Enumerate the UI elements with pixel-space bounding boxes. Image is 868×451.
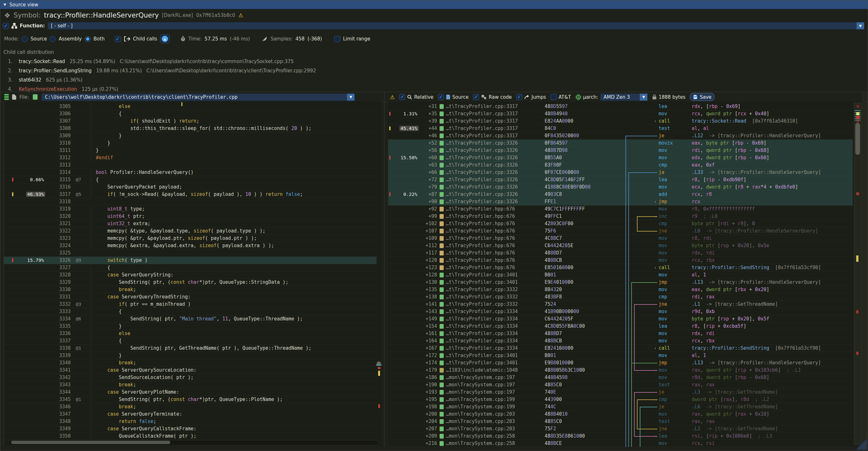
asm-row[interactable]: +52…t\TracyProfiler.cpp:33260FB64597movz… xyxy=(388,140,853,147)
source-line[interactable]: 3339 } xyxy=(4,352,376,359)
source-line[interactable]: 3307 if( shouldExit ) return; xyxy=(4,118,376,125)
source-line[interactable]: 3342 SendSourceLocation( ptr ); xyxy=(4,374,376,381)
asm-row[interactable]: +79…t\TracyProfiler.cpp:3326418B8C80E0BF… xyxy=(388,183,853,191)
source-line[interactable]: 3330 break; xyxy=(4,286,376,293)
source-line[interactable]: 3327 { xyxy=(4,264,376,271)
source-line[interactable]: 3313 xyxy=(4,161,376,169)
source-line[interactable]: 3306 { xyxy=(4,110,376,118)
asm-row[interactable]: 15.50%+60…t\TracyProfiler.cpp:33268B55A0… xyxy=(388,154,853,161)
source-line[interactable]: 3322 memcpy( &type, &payload.type, sizeo… xyxy=(4,228,376,235)
source-line[interactable]: 3309 } xyxy=(4,132,376,140)
asm-row[interactable]: +138…t\TracyProfiler.cpp:3332483BF8cmprd… xyxy=(388,293,853,301)
asm-row[interactable]: +154…t\TracyProfiler.cpp:33344C8D055FBA0… xyxy=(388,323,853,330)
source-line[interactable]: 3325 xyxy=(4,249,376,257)
asm-row[interactable]: +161…t\TracyProfiler.cpp:3334488BD7movrd… xyxy=(388,330,853,337)
source-line[interactable]: 3332@3 if( ptr == m_mainThread ) xyxy=(4,301,376,308)
source-line[interactable]: 3319 uint8_t type; xyxy=(4,205,376,213)
distribution-item[interactable]: 4.KeSynchronizeExecution125 µs (0.27%) xyxy=(0,84,868,92)
source-line[interactable]: 3324 memcpy( &extra, &payload.extra, siz… xyxy=(4,242,376,249)
asm-row[interactable]: +102…t\TracyProfiler.hpp:67642803C0F00cm… xyxy=(388,220,853,228)
asm-row[interactable]: +128…t\TracyProfiler.cpp:3401B001moval, … xyxy=(388,271,853,279)
asm-row[interactable]: 45.41%+44…t\TracyProfiler.cpp:331784C0te… xyxy=(388,125,853,132)
function-checkbox[interactable] xyxy=(3,23,9,29)
asm-row[interactable]: +164…t\TracyProfiler.cpp:3334488BCBmovrc… xyxy=(388,337,853,344)
asm-row[interactable]: +209…mon\TracySystem.cpp:258488D35E88610… xyxy=(388,432,853,440)
asm-row[interactable]: +109…t\TracyProfiler.hpp:6764C8BC7movr8,… xyxy=(388,235,853,242)
source-hscrollbar[interactable] xyxy=(8,440,378,445)
source-line[interactable]: 15.79%3326@9 switch( type ) xyxy=(4,257,376,264)
limit-range-checkbox[interactable] xyxy=(334,36,340,42)
window-titlebar[interactable]: ▼ Source view xyxy=(0,0,868,9)
source-line[interactable]: 3345@1 SendString( ptr, (const char*)ptr… xyxy=(4,396,376,403)
distribution-item[interactable]: 1.tracy::Socket::Read25.25 ms (54.89%)C:… xyxy=(0,57,868,66)
asm-row[interactable]: +46…t\TracyProfiler.cpp:33170F8435020000… xyxy=(388,132,853,140)
pane-divider[interactable] xyxy=(384,92,384,447)
source-line[interactable]: 3318 xyxy=(4,198,376,205)
source-line[interactable]: 3308 std::this_thread::sleep_for( std::c… xyxy=(4,125,376,132)
asm-row[interactable]: +112…t\TracyProfiler.hpp:676C64424205Emo… xyxy=(388,242,853,249)
asm-row[interactable]: +31…t\TracyProfiler.cpp:3317488D5597lear… xyxy=(388,103,853,110)
asm-row[interactable]: +149…t\TracyProfiler.cpp:3334C64424205Fm… xyxy=(388,315,853,323)
source-line[interactable]: 3328 case ServerQueryString: xyxy=(4,271,376,279)
chevron-down-icon[interactable]: ▼ xyxy=(347,94,354,101)
file-combo[interactable]: C:\Users\wolf\Desktop\darkrl\contrib\tra… xyxy=(41,93,355,101)
asm-row[interactable]: +56…t\TracyProfiler.cpp:3326488B7D98movr… xyxy=(388,147,853,154)
source-hscroll-thumb[interactable] xyxy=(11,441,170,444)
asm-row[interactable]: +179…1103\include\atomic:1048488B05B63C1… xyxy=(388,367,853,374)
relative-checkbox[interactable] xyxy=(399,94,405,100)
chevron-down-icon[interactable]: ▼ xyxy=(640,94,647,101)
source-line[interactable]: 3314bool Profiler::HandleServerQuery() xyxy=(4,169,376,176)
raw-code-toggle[interactable]: Raw code xyxy=(473,94,512,100)
asm-row[interactable]: +204…mon\TracySystem.cpp:2034885C0testra… xyxy=(388,418,853,425)
source-line[interactable]: 46.93%3317@5 if( !m_sock->Read( &payload… xyxy=(4,191,376,198)
source-line[interactable]: 3321 uint32_t extra; xyxy=(4,220,376,228)
warning-icon[interactable]: ⚠ xyxy=(390,94,395,100)
distribution-item[interactable]: 3.stat64i32625 µs (1.36%) xyxy=(0,75,868,84)
asm-row[interactable]: +72…t\TracyProfiler.cpp:33264C8D05F146F2… xyxy=(388,176,853,183)
asm-row[interactable]: +193…mon\TracySystem.cpp:197740Eje.L3 ->… xyxy=(388,389,853,396)
warning-icon[interactable]: ⚠ xyxy=(239,12,243,19)
source-line[interactable]: 3346 break; xyxy=(4,403,376,411)
assembly-vscroll-thumb[interactable] xyxy=(855,123,860,155)
asm-row[interactable]: +130…t\TracyProfiler.cpp:3401E9E4010000j… xyxy=(388,279,853,286)
source-line[interactable]: 3310 } xyxy=(4,140,376,147)
source-line[interactable]: 3337 { xyxy=(4,337,376,344)
asm-row[interactable]: +190…mon\TracySystem.cpp:1974885C0testra… xyxy=(388,381,853,389)
source-line[interactable]: 3312#endif xyxy=(4,154,376,161)
distribution-item[interactable]: 2.tracy::Profiler::SendLongString19.88 m… xyxy=(0,66,868,75)
asm-row[interactable]: +200…mon\TracySystem.cpp:203488B4010movr… xyxy=(388,411,853,418)
asm-row[interactable]: +120…t\TracyProfiler.hpp:676488BCBmovrcx… xyxy=(388,257,853,264)
asm-row[interactable]: +167…t\TracyProfiler.cpp:3334E824160000‹… xyxy=(388,344,853,352)
source-line[interactable]: 3350 QueueCallstackFrame( ptr ); xyxy=(4,432,376,440)
source-line[interactable]: 3305 else xyxy=(4,103,376,110)
asm-row[interactable]: +90…t\TracyProfiler.cpp:3326FFE1‹jmprcx xyxy=(388,198,853,205)
source-line[interactable]: 3338@1 SendString( ptr, GetThreadName( p… xyxy=(4,344,376,352)
source-line[interactable]: 3333 { xyxy=(4,308,376,315)
asm-row[interactable]: +172…t\TracyProfiler.cpp:3401B001moval, … xyxy=(388,352,853,359)
source-line[interactable]: 3336 else xyxy=(4,330,376,337)
source-line[interactable]: 3341 case ServerQuerySourceLocation: xyxy=(4,367,376,374)
mode-radio-both[interactable] xyxy=(85,36,91,42)
source-checkbox[interactable] xyxy=(438,94,444,100)
asm-row[interactable]: +123…t\TracyProfiler.hpp:676E850160000‹c… xyxy=(388,264,853,271)
source-line[interactable]: 3344 case ServerQueryPlotName: xyxy=(4,389,376,396)
window-vscrollbar[interactable] xyxy=(862,93,867,449)
source-line[interactable]: 3348 return false; xyxy=(4,418,376,425)
source-toggle[interactable]: Source xyxy=(438,94,469,100)
asm-row[interactable]: 1.31%+35…t\TracyProfiler.cpp:3317488B494… xyxy=(388,110,853,118)
asm-row[interactable]: +92…t\TracyProfiler.hpp:67649C7C1FFFFFFF… xyxy=(388,205,853,213)
asm-row[interactable]: +117…t\TracyProfiler.hpp:676488BD7movrdx… xyxy=(388,249,853,257)
source-line[interactable]: 3335 } xyxy=(4,323,376,330)
jumps-checkbox[interactable] xyxy=(516,94,522,100)
source-line[interactable]: 3323 memcpy( &ptr, &payload.ptr, sizeof(… xyxy=(4,235,376,242)
source-line[interactable]: 0.66%3315@7{ xyxy=(4,176,376,183)
att-checkbox[interactable] xyxy=(551,94,557,100)
source-line[interactable]: 3340 break; xyxy=(4,359,376,367)
asm-row[interactable]: +216…mon\TracySystem.cpp:258488BCEmovrcx… xyxy=(388,440,853,447)
asm-row[interactable]: +186…mon\TracySystem.cpp:197448B4598movr… xyxy=(388,374,853,381)
source-line[interactable]: 3311} xyxy=(4,147,376,154)
asm-row[interactable]: +143…t\TracyProfiler.cpp:333441B90B00000… xyxy=(388,308,853,315)
child-calls-checkbox[interactable] xyxy=(115,36,121,42)
source-line[interactable]: 3331 case ServerQueryThreadString: xyxy=(4,293,376,301)
att-toggle[interactable]: AT&T xyxy=(551,94,571,100)
